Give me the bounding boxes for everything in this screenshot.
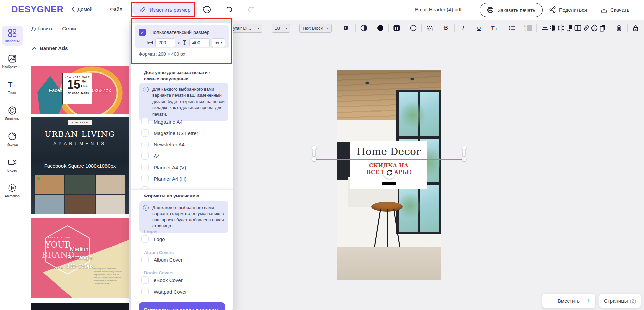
sidebar-label-video: Видео <box>7 169 17 172</box>
selection-handle[interactable] <box>312 157 316 161</box>
tab-add[interactable]: Добавить <box>31 26 53 34</box>
bold-icon[interactable]: B <box>442 24 450 32</box>
template-thumb-medium-rectangle[interactable]: - CRAFT FOR YOU - YOUR BRAND DESYG Brand… <box>31 218 129 298</box>
size-option-magazine-a4[interactable]: Magazine A4 <box>141 118 183 125</box>
badge-percent: % <box>82 79 86 84</box>
option-label: Magazine A4 <box>154 119 183 125</box>
selection-side-handle[interactable] <box>313 150 315 156</box>
size-option-ebook-cover[interactable]: eBook Cover <box>141 276 183 284</box>
outline-circle-icon[interactable] <box>409 24 418 32</box>
size-option-planner-a4-v[interactable]: Planner A4 (V) <box>141 164 186 171</box>
chevron-left-icon <box>71 7 75 12</box>
option-label: Album Cover <box>154 257 183 263</box>
size-option-planner-a4-h[interactable]: Planner A4 (H) <box>141 175 186 182</box>
sidebar-item-text[interactable]: Tт Текст <box>2 77 23 97</box>
checkbox[interactable] <box>141 164 149 171</box>
defaults-info-box: i Для каждого выбранного вами варианта ф… <box>139 201 228 233</box>
sidebar-item-animation[interactable]: Animation <box>2 181 23 201</box>
checkbox[interactable] <box>141 152 149 160</box>
templates-grid-icon <box>8 28 17 38</box>
selection-handle[interactable] <box>312 146 316 150</box>
svg-text:т: т <box>345 26 346 30</box>
order-print-button[interactable]: Заказать печать <box>480 3 543 17</box>
resize-button[interactable]: Изменить размер <box>132 3 198 16</box>
share-button[interactable]: Поделиться <box>549 6 587 13</box>
document-title[interactable]: Email Header (4).pdf <box>415 7 461 12</box>
history-button[interactable] <box>202 5 212 15</box>
pages-button[interactable]: Страницы (2) <box>599 294 641 308</box>
sidebar-item-logos[interactable]: Логотипы <box>2 103 23 123</box>
height-input[interactable] <box>189 38 210 47</box>
checkbox[interactable] <box>141 141 149 148</box>
custom-size-checkbox[interactable]: ✓ <box>139 29 146 36</box>
svg-text:т: т <box>13 83 15 88</box>
bullet-list-icon[interactable] <box>508 24 516 32</box>
template-thumb-facebook-post[interactable]: Facebook post 1200x627px NEW YEAR SALE 1… <box>31 66 129 114</box>
checkbox[interactable] <box>141 256 149 263</box>
file-menu[interactable]: Файл <box>110 6 122 12</box>
zoom-in-button[interactable]: + <box>586 297 590 305</box>
arrange-icon[interactable] <box>565 24 574 32</box>
copy-icon[interactable] <box>598 24 607 32</box>
selection-side-handle[interactable] <box>463 150 465 156</box>
times-label: x <box>178 40 180 45</box>
redo-button[interactable] <box>247 6 256 13</box>
size-option-album-cover[interactable]: Album Cover <box>141 256 183 263</box>
lock-icon[interactable] <box>631 24 640 32</box>
numbered-list-icon[interactable]: 123 <box>524 24 533 32</box>
custom-size-box: ✓ Пользовательский размер x px ▾ <box>135 25 229 48</box>
underline-icon[interactable]: U <box>475 24 483 32</box>
width-input[interactable] <box>155 38 175 47</box>
size-option-newsletter-a4[interactable]: Newsletter A4 <box>141 141 185 148</box>
checkbox[interactable] <box>141 276 149 284</box>
size-option-magazine-us-letter[interactable]: Magazine US Letter <box>141 129 198 137</box>
border-style-icon[interactable] <box>425 24 434 32</box>
checkbox[interactable] <box>141 235 149 243</box>
sidebar-item-video[interactable]: Видео <box>2 155 23 175</box>
sidebar-item-icons[interactable]: Иконка <box>2 129 23 149</box>
sidebar-item-templates[interactable]: Шаблоны <box>2 26 23 46</box>
selection-handle[interactable] <box>462 157 466 161</box>
align-center-icon[interactable] <box>541 24 549 32</box>
checkbox[interactable] <box>141 118 149 125</box>
checkbox[interactable] <box>141 288 149 295</box>
font-family-value: yfair Di... <box>233 26 251 31</box>
contrast-icon[interactable] <box>359 24 368 32</box>
zoom-out-button[interactable]: − <box>548 297 551 305</box>
undo-button[interactable] <box>225 6 233 13</box>
sidebar-item-images[interactable]: Изображения <box>2 51 23 72</box>
selection-handle[interactable] <box>462 146 466 150</box>
size-option-wattpad-cover[interactable]: Wattpad Cover <box>141 288 187 295</box>
crop-icon[interactable] <box>549 24 558 32</box>
urban-living-text: URBAN LIVING <box>31 130 129 138</box>
tab-grids[interactable]: Сетки <box>62 26 76 34</box>
checkbox[interactable] <box>141 175 149 182</box>
unit-select[interactable]: px ▾ <box>212 38 225 47</box>
banner-ads-section-toggle[interactable]: Banner Ads <box>32 45 68 51</box>
size-option-a4[interactable]: A4 <box>141 152 160 160</box>
template-thumb-partial[interactable] <box>31 303 129 310</box>
group-books-title: Books Covers <box>144 270 173 275</box>
trash-icon[interactable] <box>615 24 624 32</box>
text-style-select[interactable]: Text Block▾ <box>299 24 332 33</box>
font-case-icon[interactable]: Tт <box>491 24 500 32</box>
size-option-logo[interactable]: Logo <box>141 235 165 243</box>
rotate-handle[interactable] <box>383 166 395 179</box>
download-button[interactable]: Скачать <box>600 6 629 13</box>
home-button[interactable]: Домой <box>71 6 93 12</box>
font-family-select[interactable]: yfair Di...▾ <box>230 24 262 33</box>
svg-text:2: 2 <box>524 27 526 29</box>
italic-icon[interactable]: I <box>458 24 467 32</box>
apply-resize-button[interactable]: Применить размеры и сделать <box>139 302 225 310</box>
font-size-select[interactable]: 18▾ <box>272 24 290 33</box>
fit-label[interactable]: Вместить <box>558 298 580 304</box>
link-icon[interactable] <box>582 24 591 32</box>
width-icon <box>147 41 153 45</box>
text-box-icon[interactable]: т <box>343 24 352 32</box>
highlight-icon[interactable]: H <box>392 24 401 32</box>
fill-color-icon[interactable] <box>376 24 385 32</box>
animation-play-icon <box>8 183 17 193</box>
checkbox[interactable] <box>141 129 149 137</box>
banner-ads-label: Banner Ads <box>40 45 68 51</box>
template-thumb-facebook-square[interactable]: FOR SALE URBAN LIVING APARTMENTS Faceboo… <box>31 117 129 214</box>
